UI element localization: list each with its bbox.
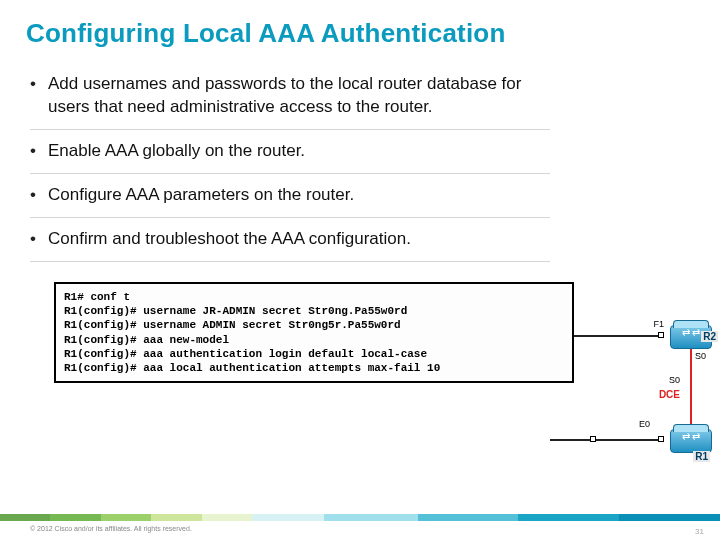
network-diagram: ⇄ ⇄ R2 F1 S0 DCE S0 ⇄ ⇄ R1 E0 — [550, 315, 720, 480]
router-r1-icon: ⇄ ⇄ — [670, 429, 712, 453]
bullet-item: Configure AAA parameters on the router. — [30, 174, 550, 218]
bullet-item: Confirm and troubleshoot the AAA configu… — [30, 218, 550, 262]
content-area: Add usernames and passwords to the local… — [0, 59, 580, 383]
router-r1-label: R1 — [693, 451, 710, 462]
code-block-wrap: R1# conf t R1(config)# username JR-ADMIN… — [54, 282, 574, 384]
port-s0-top: S0 — [695, 351, 706, 361]
page-number: 31 — [695, 527, 704, 536]
port-f1: F1 — [653, 319, 664, 329]
bullet-item: Add usernames and passwords to the local… — [30, 63, 550, 130]
copyright-text: © 2012 Cisco and/or its affiliates. All … — [0, 521, 720, 532]
connector-icon — [658, 332, 664, 338]
dce-label: DCE — [659, 389, 680, 400]
slide-footer: © 2012 Cisco and/or its affiliates. All … — [0, 514, 720, 540]
title-bar: Configuring Local AAA Authentication — [0, 0, 720, 59]
bullet-item: Enable AAA globally on the router. — [30, 130, 550, 174]
wire-horizontal-bottom — [550, 439, 660, 441]
port-e0: E0 — [639, 419, 650, 429]
port-s0-bottom: S0 — [669, 375, 680, 385]
gradient-divider — [0, 514, 720, 521]
slide-title: Configuring Local AAA Authentication — [26, 18, 694, 49]
router-r2-label: R2 — [701, 331, 718, 342]
connector-icon — [590, 436, 596, 442]
cli-code-block: R1# conf t R1(config)# username JR-ADMIN… — [54, 282, 574, 384]
connector-icon — [658, 436, 664, 442]
wire-serial-red — [690, 349, 692, 429]
bullet-list: Add usernames and passwords to the local… — [30, 63, 550, 262]
